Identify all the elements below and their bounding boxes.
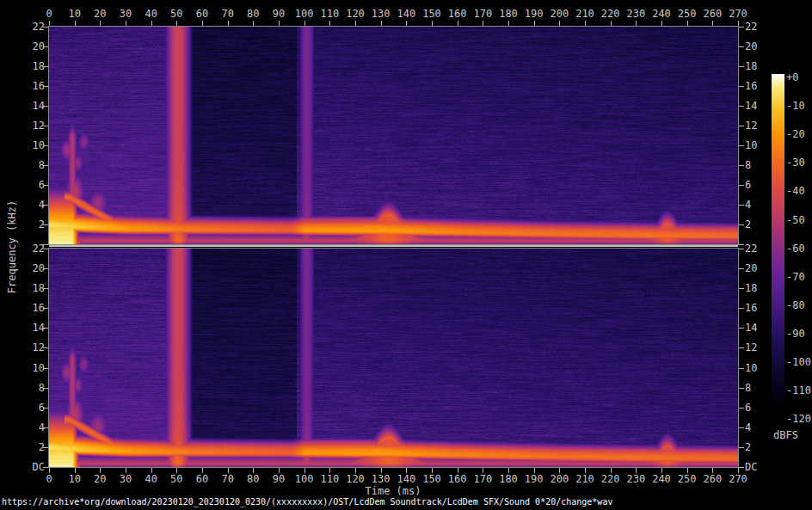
x-axis-tick-label: 60 bbox=[196, 474, 208, 485]
colorbar-tick-label: -30 bbox=[786, 157, 805, 169]
x-axis-tick-label: 80 bbox=[247, 9, 259, 20]
x-axis-tick-label: 240 bbox=[652, 474, 671, 485]
y-axis-tick-label: 20 bbox=[745, 263, 757, 274]
y-axis-tick-label: 22 bbox=[745, 22, 757, 33]
y-axis-tick-mark bbox=[739, 408, 744, 409]
y-axis-tick-label: 22 bbox=[14, 22, 45, 33]
y-axis-tick-label: 2 bbox=[745, 219, 751, 230]
y-axis-tick-label: 8 bbox=[14, 382, 45, 393]
y-axis-tick-mark bbox=[739, 244, 744, 245]
x-axis-tick-label: 90 bbox=[273, 474, 285, 485]
y-axis-tick-label: 16 bbox=[14, 81, 45, 92]
colorbar-gradient bbox=[772, 74, 784, 413]
x-axis-tick-label: 130 bbox=[372, 9, 391, 20]
y-axis-tick-label: 20 bbox=[14, 263, 45, 274]
x-axis-tick-label: 80 bbox=[247, 474, 259, 485]
x-axis-tick-label: 160 bbox=[448, 9, 467, 20]
y-axis-tick-label: 12 bbox=[14, 342, 45, 353]
y-axis-tick-mark bbox=[739, 347, 744, 348]
x-axis-tick-label: 270 bbox=[729, 9, 747, 20]
y-axis-tick-label: 2 bbox=[745, 441, 751, 452]
x-axis-tick-label: 210 bbox=[575, 9, 594, 20]
y-axis-tick-mark bbox=[739, 447, 744, 448]
x-axis-tick-label: 220 bbox=[601, 474, 620, 485]
y-axis-tick-mark bbox=[739, 66, 744, 67]
colorbar-tick-label: -100 bbox=[786, 357, 811, 368]
colorbar-tick-label: -90 bbox=[786, 328, 805, 339]
x-axis-tick-label: 170 bbox=[473, 9, 492, 20]
spectrogram-canvas-channel-2 bbox=[49, 249, 738, 467]
x-axis-tick-label: 240 bbox=[652, 9, 671, 20]
colorbar-tick-label: -50 bbox=[786, 214, 805, 225]
y-axis-tick-label: 16 bbox=[14, 303, 45, 314]
y-axis-tick-label: 8 bbox=[745, 382, 751, 393]
x-axis-tick-label: 70 bbox=[221, 474, 233, 485]
y-axis-tick-label: 18 bbox=[745, 283, 757, 294]
colorbar-tick-label: -80 bbox=[786, 299, 805, 310]
colorbar-tick-label: -10 bbox=[786, 101, 805, 112]
x-axis-tick-label: 140 bbox=[397, 474, 415, 485]
x-axis-tick-label: 150 bbox=[422, 9, 441, 20]
y-axis-tick-label: 16 bbox=[745, 303, 757, 314]
colorbar-tick-label: +0 bbox=[786, 72, 798, 83]
x-axis-tick-label: 50 bbox=[170, 9, 182, 20]
source-url-text: https://archive*org/download/20230120_20… bbox=[2, 497, 612, 507]
y-axis-tick-mark bbox=[739, 268, 744, 269]
x-axis-tick-label: 160 bbox=[448, 474, 467, 485]
y-axis-tick-label: 6 bbox=[745, 180, 751, 191]
y-axis-tick-mark bbox=[739, 145, 744, 146]
x-axis-tick-label: 40 bbox=[145, 474, 157, 485]
x-axis-tick-label: 90 bbox=[273, 9, 285, 20]
x-axis-tick-label: 270 bbox=[729, 474, 747, 485]
y-axis-tick-label: 20 bbox=[745, 41, 757, 52]
y-axis-tick-label: 12 bbox=[745, 120, 757, 132]
colorbar-unit-label: dBFS bbox=[773, 430, 798, 441]
x-axis-tick-label: 110 bbox=[320, 474, 339, 485]
spectrogram-panel-channel-2 bbox=[48, 248, 739, 468]
y-axis-tick-mark bbox=[739, 46, 744, 47]
x-axis-tick-label: 140 bbox=[397, 9, 415, 20]
y-axis-tick-label: 22 bbox=[14, 243, 45, 255]
y-axis-tick-mark bbox=[739, 328, 744, 329]
y-axis-tick-label: 14 bbox=[14, 323, 45, 334]
y-axis-tick-mark bbox=[739, 288, 744, 289]
y-axis-tick-label: 20 bbox=[14, 41, 45, 52]
y-axis-tick-label: 14 bbox=[745, 323, 757, 334]
y-axis-tick-label: 16 bbox=[745, 81, 757, 92]
x-axis-tick-label: 260 bbox=[703, 9, 722, 20]
y-axis-tick-label: 10 bbox=[745, 140, 757, 151]
x-axis-tick-label: 10 bbox=[68, 474, 80, 485]
y-axis-tick-label: 18 bbox=[14, 61, 45, 72]
y-axis-tick-mark bbox=[739, 224, 744, 225]
y-axis-title: Frequency (kHz) bbox=[7, 200, 18, 293]
x-axis-title: Time (ms) bbox=[365, 486, 421, 497]
y-axis-tick-label: 14 bbox=[14, 101, 45, 112]
x-axis-tick-label: 0 bbox=[46, 9, 52, 20]
y-axis-tick-label: 6 bbox=[745, 402, 751, 413]
colorbar-tick-label: -40 bbox=[786, 186, 805, 197]
y-axis-tick-label: 18 bbox=[14, 283, 45, 294]
x-axis-tick-label: 210 bbox=[575, 474, 594, 485]
x-axis-tick-label: 110 bbox=[320, 9, 339, 20]
colorbar-tick-label: -20 bbox=[786, 129, 805, 140]
y-axis-tick-mark bbox=[739, 467, 744, 468]
y-axis-tick-label: 14 bbox=[745, 101, 757, 112]
x-axis-tick-label: 190 bbox=[525, 9, 544, 20]
y-axis-tick-label: 4 bbox=[745, 421, 751, 433]
x-axis-tick-label: 120 bbox=[346, 474, 365, 485]
colorbar-tick-label: -60 bbox=[786, 243, 805, 254]
y-axis-tick-label: 6 bbox=[14, 402, 45, 413]
x-axis-tick-label: 250 bbox=[678, 9, 697, 20]
x-axis-tick-label: 20 bbox=[94, 474, 106, 485]
x-axis-tick-label: 220 bbox=[601, 9, 620, 20]
spectrogram-canvas-channel-1 bbox=[49, 27, 738, 244]
x-axis-tick-label: 20 bbox=[94, 9, 106, 20]
panel-separator bbox=[49, 245, 738, 247]
x-axis-tick-label: 30 bbox=[120, 9, 132, 20]
y-axis-tick-label: 22 bbox=[745, 243, 757, 255]
x-axis-tick-label: 230 bbox=[626, 9, 645, 20]
x-axis-tick-label: 100 bbox=[295, 9, 314, 20]
x-axis-tick-label: 190 bbox=[525, 474, 544, 485]
y-axis-tick-mark bbox=[739, 249, 744, 249]
spectrogram-figure: 0102030405060708090100110120130140150160… bbox=[0, 0, 812, 510]
